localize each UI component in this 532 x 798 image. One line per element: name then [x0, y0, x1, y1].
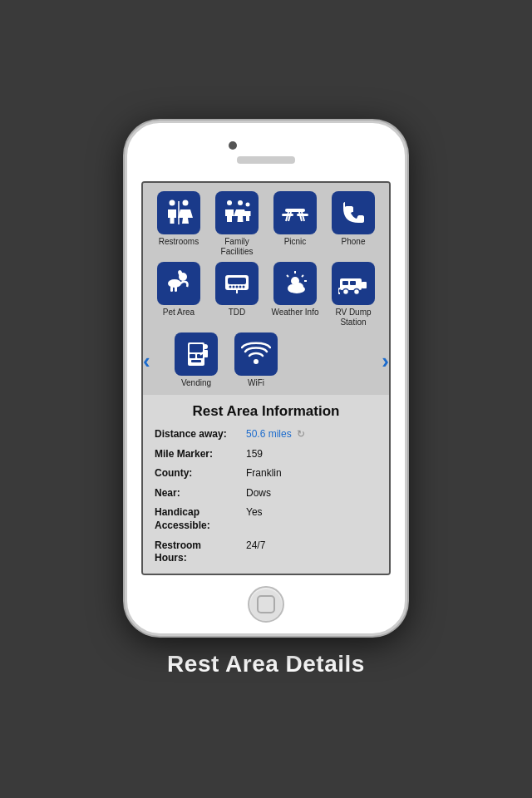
weather-icon — [273, 262, 317, 305]
home-button-inner — [257, 595, 275, 613]
svg-point-47 — [254, 359, 259, 364]
speaker — [237, 156, 295, 164]
wifi-label: WiFi — [248, 378, 264, 388]
rv-svg — [338, 268, 368, 298]
weather-label: Weather Info — [271, 308, 318, 318]
icon-pet[interactable]: Pet Area — [150, 262, 208, 328]
tdd-icon — [215, 262, 259, 305]
svg-point-4 — [238, 200, 243, 205]
county-value: Franklin — [246, 467, 282, 480]
vending-svg — [181, 339, 211, 369]
home-button[interactable] — [248, 586, 284, 623]
info-section: Rest Area Information Distance away: 50.… — [143, 395, 389, 575]
svg-point-24 — [243, 286, 245, 288]
hours-value: 24/7 — [246, 539, 265, 553]
icons-row-1: Restrooms — [150, 191, 382, 257]
tdd-label: TDD — [229, 308, 246, 318]
svg-point-1 — [183, 200, 189, 206]
svg-point-32 — [293, 283, 303, 291]
phone-bottom — [127, 575, 405, 633]
icon-family[interactable]: FamilyFacilities — [208, 191, 266, 257]
pet-svg — [164, 268, 194, 298]
info-row-county: County: Franklin — [155, 467, 377, 480]
mile-value: 159 — [246, 448, 263, 461]
svg-rect-34 — [362, 282, 367, 288]
hours-label: RestroomHours: — [155, 539, 246, 565]
svg-line-28 — [287, 275, 288, 277]
handicap-value: Yes — [246, 506, 263, 520]
restrooms-icon — [157, 191, 200, 234]
svg-rect-42 — [197, 354, 203, 358]
picnic-svg — [280, 198, 310, 228]
info-row-near: Near: Dows — [155, 487, 377, 500]
svg-point-37 — [343, 289, 349, 295]
svg-line-27 — [302, 275, 303, 277]
vending-icon — [175, 332, 218, 376]
svg-rect-6 — [285, 209, 305, 212]
svg-rect-43 — [191, 360, 201, 362]
svg-point-23 — [239, 286, 242, 288]
svg-rect-15 — [170, 286, 173, 292]
icon-tdd[interactable]: TDD — [208, 262, 266, 328]
icon-rv[interactable]: RV DumpStation — [324, 262, 382, 328]
svg-point-0 — [170, 200, 175, 206]
info-title: Rest Area Information — [155, 403, 377, 420]
phone-svg — [338, 198, 368, 228]
icon-restrooms[interactable]: Restrooms — [150, 191, 208, 257]
svg-rect-45 — [203, 350, 208, 357]
weather-svg — [280, 268, 310, 298]
info-row-mile: Mile Marker: 159 — [155, 448, 377, 461]
svg-rect-41 — [190, 354, 195, 358]
wifi-svg — [241, 339, 271, 369]
restrooms-label: Restrooms — [159, 237, 199, 247]
family-label: FamilyFacilities — [221, 237, 254, 257]
info-row-hours: RestroomHours: 24/7 — [155, 539, 377, 565]
svg-point-22 — [236, 286, 239, 288]
pet-icon — [157, 262, 200, 305]
svg-point-21 — [233, 286, 235, 288]
handicap-label: HandicapAccessible: — [155, 506, 246, 532]
phone-top — [127, 123, 405, 181]
icon-vending[interactable]: Vending — [166, 332, 226, 388]
picnic-label: Picnic — [284, 237, 307, 247]
rv-icon — [332, 262, 375, 305]
screen: Restrooms — [141, 181, 391, 575]
icon-picnic[interactable]: Picnic — [266, 191, 324, 257]
wifi-icon — [234, 332, 278, 376]
svg-point-38 — [354, 289, 360, 295]
rv-label: RV DumpStation — [335, 308, 371, 328]
svg-rect-40 — [190, 344, 203, 352]
tdd-svg — [222, 268, 252, 298]
svg-point-44 — [203, 344, 208, 349]
prev-arrow[interactable]: ‹ — [143, 350, 150, 372]
icon-wifi[interactable]: WiFi — [226, 332, 286, 388]
phone-shell: Restrooms — [125, 121, 407, 636]
icon-weather[interactable]: Weather Info — [266, 262, 324, 328]
next-arrow[interactable]: › — [382, 350, 389, 372]
refresh-icon[interactable]: ↻ — [297, 428, 305, 441]
svg-rect-16 — [175, 286, 177, 292]
svg-point-20 — [229, 286, 232, 288]
family-icon — [215, 191, 259, 234]
pet-label: Pet Area — [163, 308, 195, 318]
svg-rect-36 — [350, 281, 356, 285]
family-svg — [222, 198, 252, 228]
distance-value: 50.6 miles ↻ — [246, 428, 305, 441]
restrooms-svg — [164, 198, 194, 228]
svg-rect-35 — [342, 281, 348, 285]
icon-phone[interactable]: Phone — [324, 191, 382, 257]
distance-label: Distance away: — [155, 428, 246, 441]
near-value: Dows — [246, 487, 271, 500]
mile-label: Mile Marker: — [155, 448, 246, 461]
camera — [229, 141, 237, 150]
icons-section: Restrooms — [143, 183, 389, 395]
near-label: Near: — [155, 487, 246, 500]
svg-point-14 — [168, 279, 181, 288]
icons-row-2: Pet Area — [150, 262, 382, 328]
phone-label: Phone — [342, 237, 366, 247]
info-row-handicap: HandicapAccessible: Yes — [155, 506, 377, 532]
svg-rect-19 — [228, 278, 246, 284]
info-row-distance: Distance away: 50.6 miles ↻ — [155, 428, 377, 441]
svg-point-5 — [246, 203, 250, 207]
picnic-icon — [273, 191, 317, 234]
